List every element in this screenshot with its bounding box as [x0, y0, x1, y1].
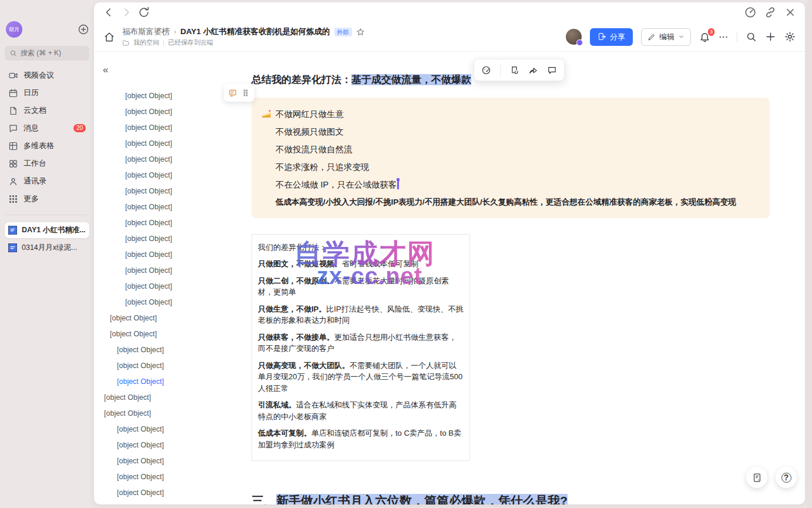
outline-item[interactable]: [object Object] — [103, 136, 240, 152]
doc-title[interactable]: DAY1 小红书精准获客收割机是如何炼成的 — [180, 26, 330, 37]
image-paragraphs: 只做图文，不做短视频。省时省钱成本低可复制只做二创，不做原创。不需要老板花大量时… — [258, 258, 464, 450]
search-doc-icon[interactable] — [746, 31, 757, 42]
outline-item[interactable]: [object Object] — [103, 263, 240, 279]
outline-item[interactable]: [object Object] — [103, 326, 240, 342]
external-badge: 外部 — [334, 28, 352, 36]
outline-item[interactable]: [object Object] — [103, 215, 240, 231]
outline-item[interactable]: [object Object] — [103, 168, 240, 183]
gear-icon[interactable] — [784, 31, 796, 42]
app-sidebar: 胡月 搜索 (⌘ + K) 视频会议 日历 云文档 — [0, 0, 94, 508]
performance-icon[interactable] — [744, 6, 757, 19]
reload-icon[interactable] — [137, 6, 150, 19]
copy-link-icon[interactable] — [764, 6, 777, 19]
drag-handle-icon[interactable] — [241, 88, 250, 98]
bottom-section-heading[interactable]: 三、新手做小红书月入六位数，篇篇必爆款，凭什么是我? — [251, 493, 568, 504]
outline-item[interactable]: [object Object] — [103, 279, 240, 295]
new-doc-icon[interactable] — [765, 31, 776, 42]
nav-icon — [8, 176, 18, 186]
close-icon[interactable] — [784, 6, 797, 19]
share-doc-icon — [598, 32, 606, 41]
outline-item[interactable]: [object Object] — [103, 231, 240, 247]
outline-item[interactable]: [object Object] — [103, 374, 240, 390]
doc-comment-icon — [752, 473, 762, 483]
header-divider — [737, 32, 737, 42]
outline-item[interactable]: [object Object] — [103, 295, 240, 310]
doc-icon — [8, 226, 17, 235]
doc-header: 福布斯富婆榜 › DAY1 小红书精准获客收割机是如何炼成的 外部 我的空间 已… — [94, 22, 805, 52]
doc-subheader: 我的空间 已经保存到云端 — [122, 38, 365, 47]
outline-item[interactable]: [object Object] — [103, 485, 240, 501]
more-icon[interactable]: ⋯ — [719, 31, 729, 42]
search-placeholder: 搜索 (⌘ + K) — [21, 48, 61, 58]
outline-item[interactable]: [object Object] — [103, 342, 240, 358]
back-icon[interactable] — [102, 6, 115, 19]
outline-item[interactable]: [object Object] — [103, 199, 240, 215]
forward-icon[interactable] — [120, 6, 133, 19]
breadcrumb-parent[interactable]: 福布斯富婆榜 — [122, 26, 170, 37]
toolbar-divider — [500, 63, 501, 76]
image-paragraph: 只做获客，不做接单。更加适合只想用小红书做生意获客，而不是接广变现的客户 — [258, 332, 464, 355]
outline-item[interactable]: [object Object] — [103, 247, 240, 263]
outline-item[interactable]: [object Object] — [103, 310, 240, 326]
callout-emoji-button-icon[interactable] — [228, 88, 237, 98]
share-button[interactable]: 分享 — [590, 28, 633, 46]
outline-panel: « [object Object][object Object][object … — [94, 52, 248, 504]
sidebar-doc-item[interactable]: DAY1 小红书精准... — [5, 222, 89, 238]
outline-item[interactable]: [object Object] — [103, 406, 240, 422]
comment-icon[interactable] — [547, 65, 557, 75]
home-icon[interactable] — [103, 31, 115, 43]
nav-icon — [8, 123, 18, 133]
edit-mode-button[interactable]: 编辑 — [641, 28, 691, 46]
outline-item[interactable]: [object Object] — [103, 183, 240, 199]
forward-share-icon[interactable] — [528, 65, 538, 75]
callout-line: 不做视频只做图文 — [261, 123, 759, 141]
sidebar-nav-item[interactable]: 云文档 — [5, 102, 89, 119]
outline-item[interactable]: [object Object] — [103, 501, 240, 504]
star-icon[interactable] — [356, 28, 365, 36]
breadcrumb: 福布斯富婆榜 › DAY1 小红书精准获客收割机是如何炼成的 外部 — [122, 26, 365, 37]
sidebar-nav-item[interactable]: 工作台 — [5, 155, 89, 172]
outline-item[interactable]: [object Object] — [103, 422, 240, 437]
doc-feedback-button[interactable] — [746, 467, 767, 488]
nav-icon — [8, 88, 18, 98]
copy-doc-link-icon[interactable] — [509, 65, 519, 75]
browser-bar — [94, 2, 805, 22]
sidebar-nav-item[interactable]: 多维表格 — [5, 137, 89, 155]
space-name[interactable]: 我的空间 — [133, 38, 159, 47]
user-avatar[interactable]: 胡月 — [6, 21, 22, 38]
collaborator-avatar[interactable] — [566, 29, 582, 45]
sidebar-nav-item[interactable]: 通讯录 — [5, 172, 89, 190]
sidebar-nav-item[interactable]: 消息 20 — [5, 119, 89, 137]
callout-line: 不追求涨粉，只追求变现 — [261, 158, 759, 176]
outline-item[interactable]: [object Object] — [103, 358, 240, 374]
outline-item[interactable]: [object Object] — [103, 104, 240, 120]
help-button[interactable]: ? — [776, 467, 797, 488]
image-paragraph: 低成本可复制。单店和连锁店都可复制，to C卖产品，to B卖加盟均拿到过成功案… — [258, 427, 464, 450]
callout-block[interactable]: 不做网红只做生意不做视频只做图文不做投流只做自然流不追求涨粉，只追求变现不在公域… — [251, 98, 770, 218]
sidebar-nav-item[interactable]: 视频会议 — [5, 66, 89, 84]
outline-item[interactable]: [object Object] — [103, 453, 240, 469]
outline-item[interactable]: [object Object] — [103, 390, 240, 406]
sidebar-doc-item[interactable]: 0314月月x绿泥... — [5, 240, 89, 256]
outline-item[interactable]: [object Object] — [103, 120, 240, 136]
notification-badge: 3 — [707, 28, 715, 36]
add-icon[interactable] — [78, 24, 89, 35]
outline-item[interactable]: [object Object] — [103, 437, 240, 453]
subheader-divider — [163, 40, 164, 46]
selection-toolbar — [474, 59, 565, 81]
nav-icon — [8, 141, 18, 151]
sidebar-nav-item[interactable]: 更多 — [5, 190, 89, 208]
search-input[interactable]: 搜索 (⌘ + K) — [5, 46, 89, 61]
collapse-outline-icon[interactable]: « — [103, 64, 108, 75]
content-image[interactable]: 我们的差异化打法： 只做图文，不做短视频。省时省钱成本低可复制只做二创，不做原创… — [251, 234, 470, 461]
sidebar-nav-item[interactable]: 日历 — [5, 84, 89, 102]
pencil-icon — [647, 33, 656, 41]
block-handle[interactable] — [224, 84, 254, 102]
outline-item[interactable]: [object Object] — [103, 469, 240, 485]
doc-icon — [8, 243, 17, 252]
doc-window: 福布斯富婆榜 › DAY1 小红书精准获客收割机是如何炼成的 外部 我的空间 已… — [94, 2, 805, 504]
text-style-icon[interactable] — [481, 65, 491, 75]
notifications-icon[interactable]: 3 — [699, 31, 710, 42]
outline-item[interactable]: [object Object] — [103, 152, 240, 168]
outline-item[interactable]: [object Object] — [103, 88, 240, 104]
